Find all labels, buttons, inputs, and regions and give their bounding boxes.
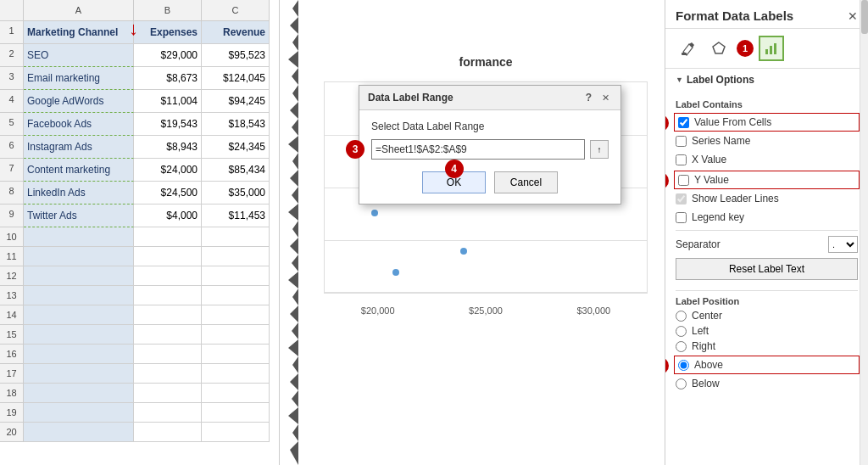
- spreadsheet-row-16[interactable]: 16: [0, 345, 279, 364]
- cell-11-c[interactable]: [202, 247, 270, 266]
- cell-14-c[interactable]: [202, 305, 270, 325]
- cell-17-c[interactable]: [202, 364, 270, 384]
- cell-12-b[interactable]: [134, 266, 202, 286]
- scrollbar[interactable]: [860, 0, 868, 465]
- cell-1-b[interactable]: Expenses: [134, 21, 202, 44]
- cell-6-a[interactable]: Instagram Ads: [24, 136, 134, 159]
- cell-13-c[interactable]: [202, 286, 270, 305]
- cell-8-b[interactable]: $24,500: [134, 182, 202, 204]
- cell-4-a[interactable]: Google AdWords: [24, 90, 134, 113]
- cell-3-b[interactable]: $8,673: [134, 67, 202, 90]
- data-label-range-input[interactable]: [371, 139, 585, 160]
- panel-close-button[interactable]: ✕: [848, 9, 858, 23]
- cell-16-b[interactable]: [134, 345, 202, 364]
- cell-8-a[interactable]: LinkedIn Ads: [24, 182, 134, 204]
- cell-2-b[interactable]: $29,000: [134, 44, 202, 67]
- cell-5-b[interactable]: $19,543: [134, 113, 202, 136]
- cell-6-c[interactable]: $24,345: [202, 136, 270, 159]
- spreadsheet-row-5[interactable]: 5Facebook Ads$19,543$18,543: [0, 113, 279, 136]
- spreadsheet-row-19[interactable]: 19: [0, 403, 279, 423]
- cell-18-c[interactable]: [202, 384, 270, 403]
- cell-19-c[interactable]: [202, 403, 270, 423]
- spreadsheet-row-11[interactable]: 11: [0, 247, 279, 266]
- cell-10-c[interactable]: [202, 227, 270, 247]
- cell-10-a[interactable]: [24, 227, 134, 247]
- cell-5-a[interactable]: Facebook Ads: [24, 113, 134, 136]
- shape-icon-btn[interactable]: [706, 36, 732, 61]
- spreadsheet-row-4[interactable]: 4Google AdWords$11,004$94,245: [0, 90, 279, 113]
- cell-9-a[interactable]: Twitter Ads: [24, 204, 134, 227]
- cell-14-b[interactable]: [134, 305, 202, 325]
- cell-20-c[interactable]: [202, 423, 270, 442]
- spreadsheet-row-7[interactable]: 7Content marketing$24,000$85,434: [0, 159, 279, 182]
- cell-7-b[interactable]: $24,000: [134, 159, 202, 182]
- spreadsheet-row-10[interactable]: 10: [0, 227, 279, 247]
- cell-8-c[interactable]: $35,000: [202, 182, 270, 204]
- series-name-checkbox[interactable]: [676, 136, 687, 147]
- above-radio[interactable]: [678, 360, 689, 371]
- spreadsheet-row-6[interactable]: 6Instagram Ads$8,943$24,345: [0, 136, 279, 159]
- label-options-section[interactable]: ▼ Label Options: [665, 69, 868, 91]
- cell-18-a[interactable]: [24, 384, 134, 403]
- x-value-checkbox[interactable]: [676, 154, 687, 165]
- cell-4-b[interactable]: $11,004: [134, 90, 202, 113]
- cell-20-a[interactable]: [24, 423, 134, 442]
- cell-4-c[interactable]: $94,245: [202, 90, 270, 113]
- cell-14-a[interactable]: [24, 305, 134, 325]
- cell-1-a[interactable]: Marketing Channel: [24, 21, 134, 44]
- cell-5-c[interactable]: $18,543: [202, 113, 270, 136]
- cell-15-a[interactable]: [24, 325, 134, 345]
- cell-18-b[interactable]: [134, 384, 202, 403]
- right-radio[interactable]: [676, 341, 687, 352]
- range-select-button[interactable]: ↑: [590, 140, 609, 159]
- spreadsheet-row-9[interactable]: 9Twitter Ads$4,000$11,453: [0, 204, 279, 227]
- cell-2-c[interactable]: $95,523: [202, 44, 270, 67]
- spreadsheet-row-13[interactable]: 13: [0, 286, 279, 305]
- reset-label-btn[interactable]: Reset Label Text: [676, 258, 858, 280]
- cell-7-c[interactable]: $85,434: [202, 159, 270, 182]
- below-radio[interactable]: [676, 378, 687, 389]
- cell-17-b[interactable]: [134, 364, 202, 384]
- cell-15-c[interactable]: [202, 325, 270, 345]
- cell-15-b[interactable]: [134, 325, 202, 345]
- cell-10-b[interactable]: [134, 227, 202, 247]
- left-radio[interactable]: [676, 326, 687, 337]
- cell-19-a[interactable]: [24, 403, 134, 423]
- cell-12-c[interactable]: [202, 266, 270, 286]
- spreadsheet-row-17[interactable]: 17: [0, 364, 279, 384]
- spreadsheet-row-8[interactable]: 8LinkedIn Ads$24,500$35,000: [0, 182, 279, 204]
- cell-9-c[interactable]: $11,453: [202, 204, 270, 227]
- cell-2-a[interactable]: SEO: [24, 44, 134, 67]
- spreadsheet-row-20[interactable]: 20: [0, 423, 279, 442]
- cell-3-c[interactable]: $124,045: [202, 67, 270, 90]
- cell-20-b[interactable]: [134, 423, 202, 442]
- spreadsheet-row-1[interactable]: 1Marketing ChannelExpensesRevenue: [0, 21, 279, 44]
- scrollbar-thumb[interactable]: [861, 0, 868, 34]
- spreadsheet-row-14[interactable]: 14: [0, 305, 279, 325]
- cell-9-b[interactable]: $4,000: [134, 204, 202, 227]
- cell-17-a[interactable]: [24, 364, 134, 384]
- cell-7-a[interactable]: Content marketing: [24, 159, 134, 182]
- cell-16-a[interactable]: [24, 345, 134, 364]
- spreadsheet-row-2[interactable]: 2SEO$29,000$95,523: [0, 44, 279, 67]
- cell-11-a[interactable]: [24, 247, 134, 266]
- chart-icon-btn[interactable]: [759, 36, 784, 61]
- cell-6-b[interactable]: $8,943: [134, 136, 202, 159]
- spreadsheet-row-12[interactable]: 12: [0, 266, 279, 286]
- cell-11-b[interactable]: [134, 247, 202, 266]
- cell-19-b[interactable]: [134, 403, 202, 423]
- paint-icon-btn[interactable]: [676, 36, 701, 61]
- cancel-button[interactable]: Cancel: [494, 171, 558, 193]
- cell-12-a[interactable]: [24, 266, 134, 286]
- cell-16-c[interactable]: [202, 345, 270, 364]
- center-radio[interactable]: [676, 311, 687, 322]
- separator-select[interactable]: . , ;: [828, 236, 858, 253]
- cell-13-a[interactable]: [24, 286, 134, 305]
- spreadsheet-row-3[interactable]: 3Email marketing$8,673$124,045: [0, 67, 279, 90]
- dialog-close-button[interactable]: ✕: [598, 91, 612, 104]
- spreadsheet-row-15[interactable]: 15: [0, 325, 279, 345]
- cell-1-c[interactable]: Revenue: [202, 21, 270, 44]
- val-from-cells-checkbox[interactable]: [678, 117, 689, 128]
- cell-3-a[interactable]: Email marketing: [24, 67, 134, 90]
- cell-13-b[interactable]: [134, 286, 202, 305]
